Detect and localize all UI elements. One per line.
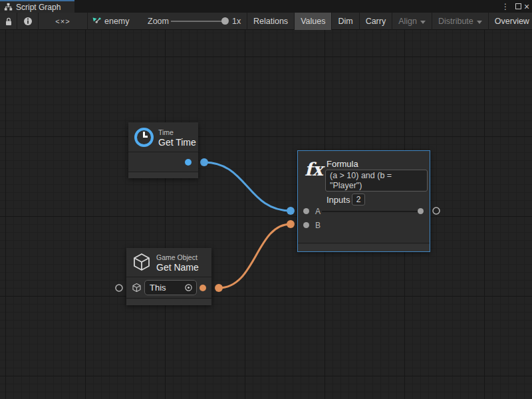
graph-breadcrumb[interactable]: enemy bbox=[92, 13, 130, 30]
node-divider bbox=[128, 152, 198, 152]
tab-title: Script Graph bbox=[16, 3, 61, 12]
align-label: Align bbox=[398, 17, 417, 26]
code-view-icon: <×> bbox=[55, 17, 70, 25]
toolbar-buttons: Relations Values Dim Carry Align Distrib… bbox=[247, 13, 532, 30]
port-relation-line bbox=[322, 211, 418, 212]
getname-target-input-port[interactable] bbox=[116, 285, 122, 291]
formula-output-port[interactable] bbox=[433, 207, 440, 214]
carry-label: Carry bbox=[366, 17, 386, 26]
distribute-label: Distribute bbox=[438, 17, 473, 26]
align-button[interactable]: Align bbox=[392, 13, 432, 30]
window-maximize-button[interactable] bbox=[515, 0, 521, 13]
tab-script-graph[interactable]: Script Graph bbox=[0, 0, 74, 13]
zoom-slider-handle[interactable] bbox=[221, 17, 229, 25]
distribute-button[interactable]: Distribute bbox=[432, 13, 489, 30]
node-get-time[interactable]: Time Get Time bbox=[128, 122, 198, 178]
node-footer bbox=[298, 244, 430, 251]
port-a-label: A bbox=[315, 207, 321, 216]
port-b-label: B bbox=[315, 221, 321, 230]
relations-label: Relations bbox=[253, 17, 288, 26]
overview-label: Overview bbox=[495, 17, 529, 26]
toolbar-divider bbox=[87, 13, 88, 30]
formula-expression-field[interactable]: (a > 10) and (b = "Player") bbox=[325, 170, 428, 192]
graph-asset-icon bbox=[92, 17, 101, 26]
window-close-button[interactable]: × bbox=[522, 0, 531, 13]
connection-endpoint-orange[interactable] bbox=[215, 284, 223, 292]
node-title: Formula bbox=[327, 159, 358, 169]
relations-button[interactable]: Relations bbox=[247, 13, 295, 30]
gettime-output-port-dot[interactable] bbox=[185, 159, 192, 166]
info-button[interactable] bbox=[17, 13, 38, 30]
connection-endpoint-orange[interactable] bbox=[287, 220, 295, 228]
zoom-level: 1x bbox=[232, 17, 241, 26]
chevron-down-icon bbox=[477, 21, 482, 24]
graph-toolbar: <×> enemy Zoom 1x Relations Values Dim C… bbox=[0, 13, 532, 30]
inputs-count-field[interactable]: 2 bbox=[352, 194, 365, 205]
chevron-down-icon bbox=[420, 21, 426, 24]
node-footer bbox=[128, 172, 198, 178]
maximize-icon bbox=[515, 3, 521, 9]
formula-fx-icon: fx bbox=[305, 159, 323, 180]
getname-output-port-dot[interactable] bbox=[200, 285, 206, 291]
carry-button[interactable]: Carry bbox=[360, 13, 393, 30]
formula-output-dot[interactable] bbox=[418, 208, 424, 214]
zoom-slider-track[interactable] bbox=[171, 21, 225, 22]
inputs-label: Inputs bbox=[327, 195, 350, 205]
info-icon bbox=[23, 17, 33, 26]
formula-input-b-dot[interactable] bbox=[303, 222, 309, 228]
target-value: This bbox=[150, 283, 166, 293]
dim-button[interactable]: Dim bbox=[332, 13, 359, 30]
node-formula[interactable]: fx Formula (a > 10) and (b = "Player") I… bbox=[297, 150, 430, 252]
window-menu-button[interactable]: ⋮ bbox=[501, 0, 509, 13]
node-title: Get Time bbox=[158, 137, 196, 148]
connection-getname-to-formula-b[interactable] bbox=[219, 224, 291, 288]
lock-button[interactable] bbox=[0, 13, 17, 30]
node-footer bbox=[126, 299, 211, 305]
graph-canvas[interactable]: Time Get Time fx Formula (a > 10) and (b… bbox=[0, 30, 532, 399]
values-label: Values bbox=[301, 17, 325, 26]
overview-button[interactable]: Overview bbox=[489, 13, 532, 30]
graph-name: enemy bbox=[104, 17, 130, 26]
node-divider bbox=[126, 277, 211, 277]
connection-layer bbox=[0, 30, 532, 399]
formula-input-a-dot[interactable] bbox=[303, 208, 309, 214]
node-category: Time bbox=[158, 128, 174, 136]
lock-icon bbox=[5, 17, 13, 26]
target-object-field[interactable]: This bbox=[144, 280, 197, 295]
node-category: Game Object bbox=[156, 253, 198, 261]
clock-icon bbox=[134, 128, 154, 147]
script-graph-icon bbox=[4, 3, 13, 11]
window-tab-bar: Script Graph ⋮ × bbox=[0, 0, 532, 13]
object-picker-icon[interactable] bbox=[184, 283, 193, 292]
connection-endpoint-blue[interactable] bbox=[200, 158, 208, 166]
connection-gettime-to-formula-a[interactable] bbox=[204, 162, 291, 211]
node-divider bbox=[298, 243, 430, 243]
connection-endpoint-blue[interactable] bbox=[287, 207, 295, 215]
game-object-cube-icon bbox=[132, 252, 152, 272]
code-view-button[interactable]: <×> bbox=[39, 13, 87, 30]
node-divider bbox=[126, 298, 211, 299]
target-cube-icon bbox=[132, 283, 142, 293]
zoom-label: Zoom bbox=[148, 17, 169, 26]
node-title: Get Name bbox=[156, 262, 199, 273]
dim-label: Dim bbox=[338, 17, 352, 26]
values-button[interactable]: Values bbox=[295, 13, 332, 30]
node-get-name[interactable]: Game Object Get Name This bbox=[126, 248, 211, 305]
